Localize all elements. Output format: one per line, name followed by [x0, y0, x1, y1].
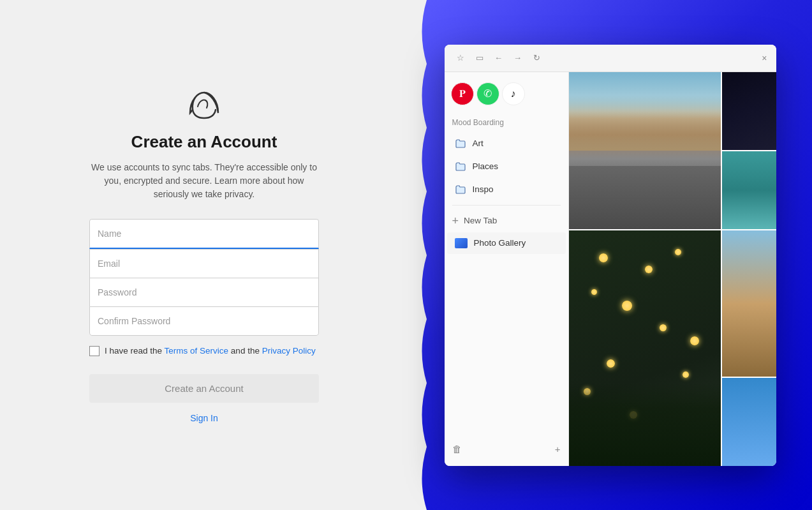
new-tab-button[interactable]: + New Tab	[445, 209, 568, 232]
sidebar-item-inspo[interactable]: Inspo	[447, 178, 566, 201]
tiktok-icon[interactable]: ♪	[502, 82, 525, 105]
pinterest-icon[interactable]: 𝐏	[451, 82, 474, 105]
sidebar-bottom: 🗑 +	[445, 439, 568, 460]
input-group	[89, 219, 319, 336]
terms-link[interactable]: Terms of Service	[165, 346, 229, 356]
app-logo	[185, 87, 223, 122]
section-label: Mood Boarding	[445, 114, 568, 132]
sidebar-divider	[452, 205, 561, 206]
whatsapp-icon[interactable]: ✆	[476, 82, 499, 105]
signup-form: I have read the Terms of Service and the…	[89, 219, 319, 423]
trash-icon[interactable]: 🗑	[452, 444, 462, 454]
browser-sidebar: 𝐏 ✆ ♪ Mood Boarding Art	[445, 72, 569, 466]
forward-icon[interactable]: →	[511, 51, 525, 65]
create-account-button[interactable]: Create an Account	[89, 374, 319, 403]
sidebar-item-places[interactable]: Places	[447, 155, 566, 178]
terms-checkbox[interactable]	[89, 346, 100, 356]
new-tab-label: New Tab	[464, 216, 497, 225]
photo-desert	[722, 230, 776, 377]
password-input[interactable]	[89, 278, 319, 306]
sidebar-item-art[interactable]: Art	[447, 132, 566, 155]
photo-gallery-thumb	[455, 238, 468, 248]
browser-titlebar: ☆ ▭ ← → ↻ ×	[445, 45, 776, 72]
refresh-icon[interactable]: ↻	[530, 51, 544, 65]
browser-window: ☆ ▭ ← → ↻ × 𝐏 ✆ ♪ Mood Boarding	[445, 45, 776, 466]
bookmark-icon[interactable]: ☆	[454, 51, 468, 65]
browser-content: 𝐏 ✆ ♪ Mood Boarding Art	[445, 72, 776, 466]
sidebar-item-photo-gallery[interactable]: Photo Gallery	[447, 232, 566, 254]
terms-label: I have read the Terms of Service and the…	[105, 346, 316, 356]
photo-dark	[722, 72, 776, 150]
page-title: Create an Account	[131, 132, 277, 152]
privacy-link[interactable]: Privacy Policy	[262, 346, 316, 356]
sidebar-toggle-icon[interactable]: ▭	[473, 51, 487, 65]
inspo-label: Inspo	[473, 184, 494, 194]
photo-gallery-label: Photo Gallery	[474, 238, 526, 248]
photo-beach	[569, 72, 721, 229]
left-panel: Create an Account We use accounts to syn…	[0, 0, 408, 510]
photo-teal	[722, 151, 776, 229]
photo-blue	[722, 378, 776, 466]
right-panel: ☆ ▭ ← → ↻ × 𝐏 ✆ ♪ Mood Boarding	[408, 0, 812, 510]
places-label: Places	[473, 161, 499, 171]
sign-in-link[interactable]: Sign In	[89, 413, 319, 423]
subtitle-text: We use accounts to sync tabs. They're ac…	[89, 161, 319, 201]
photo-lights	[569, 230, 721, 466]
terms-row: I have read the Terms of Service and the…	[89, 346, 319, 356]
name-input[interactable]	[89, 219, 319, 249]
email-input[interactable]	[89, 249, 319, 278]
art-label: Art	[473, 139, 484, 148]
confirm-password-input[interactable]	[89, 306, 319, 336]
back-icon[interactable]: ←	[492, 51, 506, 65]
close-button[interactable]: ×	[762, 53, 767, 63]
browser-nav-icons: ☆ ▭ ← → ↻	[454, 51, 544, 65]
bookmark-icons-row: 𝐏 ✆ ♪	[445, 79, 568, 114]
add-icon[interactable]: +	[555, 444, 561, 454]
